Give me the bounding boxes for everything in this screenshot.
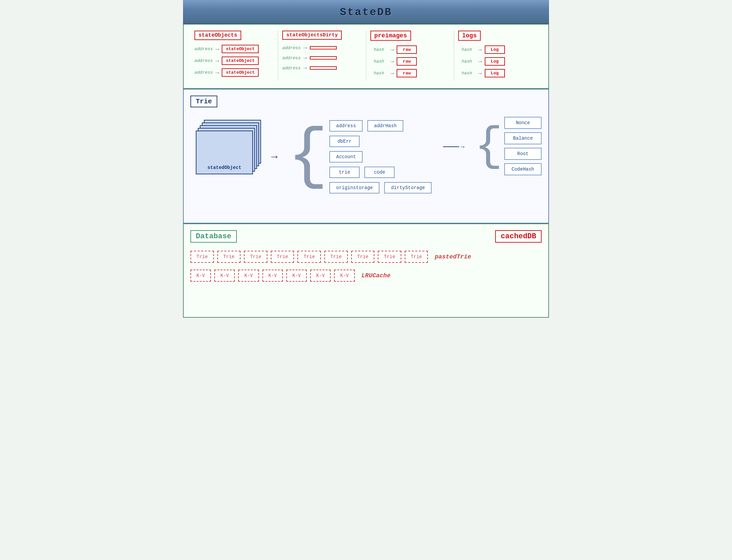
map-val: raw bbox=[397, 69, 417, 77]
open-brace-icon: { bbox=[288, 140, 328, 174]
field-row-trie: trie code bbox=[329, 167, 432, 178]
map-row: hash → raw bbox=[370, 45, 450, 54]
arrow-icon: → bbox=[478, 58, 482, 65]
section3-database: Database cachedDB Trie Trie Trie Trie Tr… bbox=[183, 223, 549, 318]
header: StateDB bbox=[183, 0, 549, 24]
map-key: address bbox=[282, 45, 301, 50]
map-val: raw bbox=[397, 57, 417, 66]
field-code: code bbox=[364, 167, 395, 178]
field-row-account: Account bbox=[329, 151, 432, 163]
lrucache-row: K-V K-V K-V K-V K-V K-V K-V LRUCache bbox=[190, 270, 542, 282]
field-dirtystorage: dirtyStorage bbox=[384, 182, 432, 194]
map-key: address bbox=[282, 66, 301, 71]
map-key: address bbox=[194, 70, 213, 75]
map-group-preimages: preimages hash → raw hash → raw hash → r… bbox=[366, 31, 454, 81]
kv-item: K-V bbox=[310, 270, 331, 282]
header-title: StateDB bbox=[340, 6, 392, 19]
map-row: address → stateObject bbox=[194, 68, 274, 77]
map-row: address → bbox=[282, 65, 362, 71]
fields-brace-container: { address addrHash dbErr Account trie bbox=[288, 117, 432, 196]
map-row: address → bbox=[282, 55, 362, 61]
map-val: Log bbox=[485, 69, 505, 77]
pastedtrie-row: Trie Trie Trie Trie Trie Trie Trie Trie … bbox=[190, 251, 542, 263]
main-arrow-icon: → bbox=[271, 151, 278, 163]
account-field-balance: Balance bbox=[504, 132, 542, 144]
arrow-icon: → bbox=[216, 69, 219, 76]
map-title-stateobjectsdirty: stateObjectsDirty bbox=[282, 31, 342, 40]
map-row: address → stateObject bbox=[194, 45, 274, 53]
field-dberr: dbErr bbox=[329, 136, 360, 147]
arrow-icon: → bbox=[391, 70, 394, 77]
account-field-codehash: CodeHash bbox=[504, 163, 542, 175]
fields-list: address addrHash dbErr Account trie code bbox=[329, 117, 432, 196]
lrucache-label: LRUCache bbox=[362, 272, 391, 279]
map-row: hash → raw bbox=[370, 69, 450, 77]
trie-item: Trie bbox=[324, 251, 348, 263]
map-val: Log bbox=[485, 57, 505, 66]
section2-trie: Trie statedObject → { address addrHash bbox=[183, 89, 549, 223]
account-fields-list: Nonce Balance Root CodeHash bbox=[504, 117, 542, 177]
map-val: stateObject bbox=[222, 57, 259, 65]
arrow-icon: → bbox=[391, 58, 394, 65]
map-key: hash bbox=[370, 47, 388, 52]
map-row: hash → Log bbox=[458, 45, 538, 54]
map-key: hash bbox=[458, 47, 476, 52]
trie-item: Trie bbox=[297, 251, 321, 263]
kv-item: K-V bbox=[214, 270, 235, 282]
field-trie: trie bbox=[329, 167, 360, 178]
trie-item: Trie bbox=[378, 251, 401, 263]
map-key: address bbox=[282, 56, 301, 61]
account-field-root: Root bbox=[504, 148, 542, 160]
map-val-empty bbox=[310, 46, 337, 49]
db-title: Database bbox=[190, 230, 237, 243]
map-row: address → stateObject bbox=[194, 57, 274, 65]
arrow-icon: → bbox=[216, 46, 219, 53]
field-originstorage: originstorage bbox=[329, 182, 379, 194]
account-arrow-container: → bbox=[442, 143, 464, 151]
account-arrow-right-icon: → bbox=[461, 143, 465, 151]
field-row-storage: originstorage dirtyStorage bbox=[329, 182, 432, 194]
trie-item: Trie bbox=[405, 251, 428, 263]
kv-item: K-V bbox=[334, 270, 355, 282]
trie-item: Trie bbox=[271, 251, 294, 263]
pastedtrie-label: pastedTrie bbox=[435, 253, 471, 260]
stack-page-front: statedObject bbox=[196, 131, 253, 174]
map-title-logs: logs bbox=[458, 31, 481, 41]
kv-item: K-V bbox=[262, 270, 283, 282]
field-address: address bbox=[329, 120, 363, 132]
account-fields-brace: { Nonce Balance Root CodeHash bbox=[475, 117, 542, 177]
map-key: address bbox=[194, 58, 213, 63]
map-key: hash bbox=[458, 59, 476, 64]
map-key: hash bbox=[458, 71, 476, 76]
trie-item: Trie bbox=[217, 251, 241, 263]
trie-item: Trie bbox=[190, 251, 214, 263]
kv-item: K-V bbox=[190, 270, 211, 282]
map-val-empty bbox=[310, 66, 337, 70]
account-field-nonce: Nonce bbox=[504, 117, 542, 129]
field-addrhash: addrHash bbox=[367, 120, 403, 132]
map-group-logs: logs hash → Log hash → Log hash → Log bbox=[454, 31, 542, 81]
account-open-brace-icon: { bbox=[475, 135, 503, 159]
map-val: raw bbox=[397, 45, 417, 54]
trie-item: Trie bbox=[351, 251, 375, 263]
map-key: hash bbox=[370, 59, 388, 64]
account-arrow-line bbox=[443, 146, 459, 147]
arrow-icon: → bbox=[391, 46, 394, 53]
section1-statedb-maps: stateObjects address → stateObject addre… bbox=[183, 24, 549, 89]
stack-label: statedObject bbox=[208, 165, 242, 170]
arrow-icon: → bbox=[478, 70, 482, 77]
map-val: stateObject bbox=[222, 45, 259, 53]
map-row: hash → raw bbox=[370, 57, 450, 66]
map-row: hash → Log bbox=[458, 57, 538, 66]
field-row-dberr: dbErr bbox=[329, 136, 432, 147]
map-row: hash → Log bbox=[458, 69, 538, 77]
field-row-address: address addrHash bbox=[329, 120, 432, 132]
arrow-icon: → bbox=[303, 44, 307, 51]
stated-object-stack: statedObject bbox=[194, 120, 261, 194]
arrow-icon: → bbox=[216, 58, 219, 64]
arrow-icon: → bbox=[303, 65, 307, 71]
map-group-stateobjects: stateObjects address → stateObject addre… bbox=[190, 31, 278, 81]
map-key: hash bbox=[370, 71, 388, 76]
kv-item: K-V bbox=[238, 270, 259, 282]
trie-title: Trie bbox=[190, 96, 217, 107]
